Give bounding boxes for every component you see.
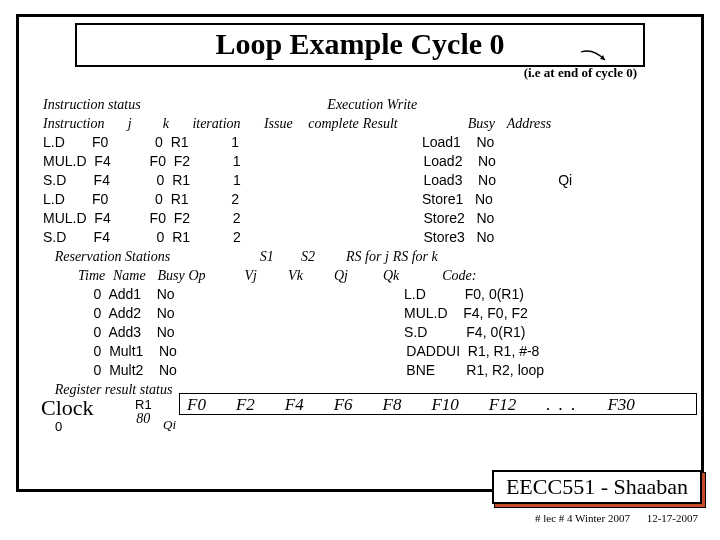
footer: # lec # 4 Winter 2007 12-17-2007: [521, 512, 698, 524]
register-values: F0 F2 F4 F6 F8 F10 F12 . . . F30: [187, 395, 635, 415]
hdr-addr: Address: [507, 116, 552, 131]
hdr-code: Code:: [442, 268, 476, 283]
r1-label: R1: [135, 397, 152, 412]
reg: F12: [489, 395, 516, 415]
subtitle: (i.e at end of cycle 0): [524, 65, 637, 81]
rs-row: 0: [94, 286, 102, 302]
footer-lec: # lec # 4 Winter 2007: [535, 512, 630, 524]
hdr-reservation: Reservation Stations: [55, 249, 171, 264]
slide-frame: Loop Example Cycle 0 (i.e at end of cycl…: [16, 14, 704, 492]
hdr-exec: Execution Write: [327, 97, 417, 112]
hdr-issue: Issue: [264, 116, 293, 131]
instr-row: MUL.D: [43, 210, 87, 226]
hdr-instr-status: Instruction status: [43, 97, 141, 112]
title-box: Loop Example Cycle 0: [75, 23, 645, 67]
reg: . . .: [546, 395, 577, 415]
body-grid: Instruction status Execution Write Instr…: [43, 95, 572, 399]
hdr-result: Result: [363, 116, 398, 131]
course-badge: EECC551 - Shaaban: [492, 470, 702, 504]
r1-column: R1 80: [135, 397, 152, 426]
hdr-j: j: [128, 116, 132, 131]
slide-title: Loop Example Cycle 0: [77, 27, 643, 61]
rs-row: 0: [94, 362, 102, 378]
reg: F6: [334, 395, 353, 415]
rs-row: 0: [94, 324, 102, 340]
instr-row: S.D: [43, 172, 66, 188]
hdr-busy: Busy: [468, 116, 495, 131]
r1-value: 80: [135, 412, 152, 426]
instr-row: S.D: [43, 229, 66, 245]
rs-row: 0: [94, 305, 102, 321]
hdr-complete: complete: [308, 116, 359, 131]
clock-label: Clock: [41, 395, 94, 421]
qi-label: Qi: [163, 417, 176, 433]
reg: F8: [383, 395, 402, 415]
clock-value: 0: [55, 419, 62, 434]
footer-date: 12-17-2007: [647, 512, 698, 524]
hdr-iter: iteration: [192, 116, 240, 131]
arrow-icon: [579, 50, 609, 64]
clock-row: Clock: [41, 395, 136, 421]
reg: F4: [285, 395, 304, 415]
instr-row: L.D: [43, 191, 65, 207]
rs-row: 0: [94, 343, 102, 359]
reg: F10: [431, 395, 458, 415]
hdr-k: k: [163, 116, 169, 131]
reg: F30: [607, 395, 634, 415]
reg: F2: [236, 395, 255, 415]
instr-row: MUL.D: [43, 153, 87, 169]
hdr-instruction: Instruction: [43, 116, 104, 131]
instr-row: L.D: [43, 134, 65, 150]
reg: F0: [187, 395, 206, 415]
